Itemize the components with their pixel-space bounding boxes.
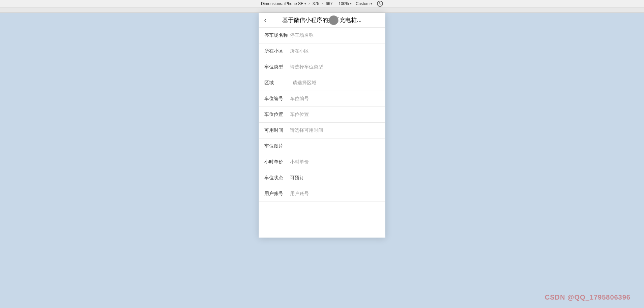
toolbar: Dimensions: iPhone SE ▾ × 375 × 667 100%… — [0, 0, 644, 7]
input-user-account[interactable]: 用户账号 — [287, 191, 380, 197]
label-spot-type: 车位类型 — [264, 64, 287, 70]
dimension-x: × — [321, 1, 324, 6]
label-spot-status: 车位状态 — [264, 175, 287, 181]
label-hourly-price: 小时单价 — [264, 159, 287, 165]
input-spot-number[interactable]: 车位编号 — [287, 96, 380, 102]
phone-frame: ‹ 基于微信小程序的共享充电桩... 停车场名称 停车场名称 所在小区 所在小区… — [259, 13, 385, 238]
form-row-community: 所在小区 所在小区 — [259, 43, 385, 59]
dimension-width: 375 — [313, 1, 319, 6]
select-available-time[interactable]: 请选择可用时间 — [287, 127, 380, 133]
input-hourly-price[interactable]: 小时单价 — [287, 159, 380, 165]
zoom-chevron: ▾ — [350, 2, 352, 5]
form-row-spot-location: 车位位置 车位位置 — [259, 107, 385, 123]
label-spot-location: 车位位置 — [264, 112, 287, 118]
dimensions-label: Dimensions: iPhone SE — [261, 1, 303, 6]
input-parking-name[interactable]: 停车场名称 — [287, 32, 380, 38]
form-row-hourly-price: 小时单价 小时单价 — [259, 154, 385, 170]
form-row-user-account: 用户账号 用户账号 — [259, 186, 385, 202]
form-row-area: 区域 请选择区域 — [259, 75, 385, 91]
page-title: 基于微信小程序的共享充电桩... — [264, 16, 380, 24]
avatar — [329, 16, 338, 25]
zoom-label: 100% — [339, 1, 349, 6]
back-icon: ‹ — [264, 17, 266, 24]
label-area: 区域 — [264, 80, 287, 86]
value-spot-status[interactable]: 可预订 — [287, 175, 380, 181]
form-row-spot-image: 车位图片 — [259, 138, 385, 154]
label-spot-number: 车位编号 — [264, 96, 287, 102]
form-row-available-time: 可用时间 请选择可用时间 — [259, 123, 385, 138]
form-row-parking-name: 停车场名称 停车场名称 — [259, 28, 385, 43]
custom-chevron: ▾ — [371, 2, 372, 5]
ruler — [0, 7, 644, 13]
label-community: 所在小区 — [264, 48, 287, 54]
select-spot-type[interactable]: 请选择车位类型 — [287, 64, 380, 70]
label-parking-name: 停车场名称 — [264, 32, 287, 38]
toolbar-center: Dimensions: iPhone SE ▾ × 375 × 667 100%… — [261, 1, 383, 7]
select-area[interactable]: 请选择区域 — [287, 80, 380, 86]
form-row-spot-number: 车位编号 车位编号 — [259, 91, 385, 107]
custom-label: Custom — [356, 1, 370, 6]
dimension-height: 667 — [326, 1, 332, 6]
dimension-separator: × — [308, 1, 311, 6]
label-available-time: 可用时间 — [264, 127, 287, 133]
dimensions-chevron: ▾ — [304, 2, 306, 5]
form-row-spot-status: 车位状态 可预订 — [259, 170, 385, 186]
dimensions-selector[interactable]: Dimensions: iPhone SE ▾ — [261, 1, 306, 6]
form-content: 停车场名称 停车场名称 所在小区 所在小区 车位类型 请选择车位类型 区域 请选… — [259, 28, 385, 238]
watermark: CSDN @QQ_1795806396 — [545, 294, 631, 301]
zoom-selector[interactable]: 100% ▾ — [339, 1, 352, 6]
custom-selector[interactable]: Custom ▾ — [356, 1, 372, 6]
label-spot-image: 车位图片 — [264, 143, 287, 149]
form-row-spot-type: 车位类型 请选择车位类型 — [259, 59, 385, 75]
input-community[interactable]: 所在小区 — [287, 48, 380, 54]
label-user-account: 用户账号 — [264, 191, 287, 197]
page-header: ‹ 基于微信小程序的共享充电桩... — [259, 13, 385, 28]
input-spot-location[interactable]: 车位位置 — [287, 112, 380, 118]
back-button[interactable]: ‹ — [264, 17, 266, 24]
rotate-icon[interactable]: ↻ — [377, 1, 383, 7]
